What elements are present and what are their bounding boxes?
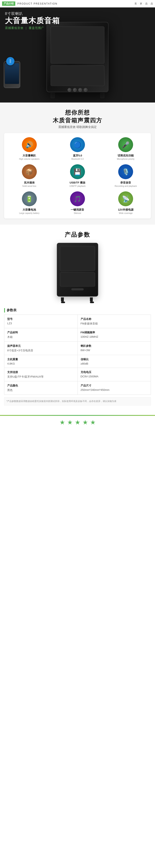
speaker-knob bbox=[78, 88, 82, 92]
speaker-grille-large bbox=[51, 27, 104, 64]
param-cell-left: 扬声器单元 8寸低音+3寸压电高音 bbox=[4, 342, 78, 355]
bluetooth-icon: ᛒ bbox=[9, 59, 12, 64]
feature-icon-circle: 📡 bbox=[118, 191, 133, 206]
param-name: 支持连接 bbox=[7, 370, 74, 374]
specs-speaker-leg bbox=[61, 298, 65, 303]
feature-icon-silence: 🎵 bbox=[73, 195, 81, 203]
param-value: 100HZ-18MHZ bbox=[81, 335, 148, 338]
phone-screen bbox=[5, 63, 19, 84]
header-nav: 逛 · 家 · 晶 · 晶 bbox=[134, 2, 153, 5]
features-subtitle: 震撼重低音效 唱歌跳舞全搞定 bbox=[4, 125, 151, 129]
param-cell-left: 产品颜色 黑色 bbox=[4, 381, 78, 395]
speaker-knob bbox=[73, 88, 77, 92]
wheel bbox=[61, 302, 65, 303]
feature-icon-circle: 🔵 bbox=[70, 137, 85, 152]
param-value: 木箱 bbox=[7, 335, 74, 339]
hero-desc-part1: 震撼重低音效 bbox=[5, 26, 24, 30]
star-icon: ★ bbox=[83, 419, 88, 426]
nav-text: 晶 bbox=[151, 2, 153, 5]
feature-icon-power: 📡 bbox=[122, 195, 130, 203]
specs-speaker-grille-small bbox=[60, 272, 95, 287]
param-row: 支持连接 支持U盘/TF卡/蓝牙/FM/AUX等 充电电压 DC9V-1500M… bbox=[4, 368, 151, 381]
param-value: 黑色 bbox=[7, 388, 74, 392]
feature-label-cn: USB/TF 播放 bbox=[70, 181, 86, 185]
feature-label-en: USB/TF playback bbox=[69, 185, 86, 187]
param-name: 产品名称 bbox=[81, 317, 148, 321]
star-icon: ★ bbox=[75, 419, 81, 426]
feature-icon-circle: 🔋 bbox=[22, 191, 37, 206]
feature-item-silence: 🎵 一键消原音 Silencer bbox=[54, 191, 100, 214]
feature-label-en: Solid wood box bbox=[22, 185, 36, 187]
nav-text: 家 bbox=[140, 2, 142, 5]
stars-row: ★★★★★ bbox=[60, 419, 96, 426]
feature-item-battery: 🔋 大容量电池 Large capacity battery bbox=[6, 191, 52, 214]
feature-icon-circle: 💾 bbox=[70, 164, 85, 179]
feature-label-en: Microphone priority bbox=[117, 158, 134, 160]
speaker-leg bbox=[51, 93, 55, 98]
feature-item-bluetooth: 🔵 蓝牙5.0 Bluetooth 5.0 bbox=[54, 137, 100, 160]
param-name: 型号 bbox=[7, 317, 74, 321]
feature-icon-speaker: 🔊 bbox=[25, 141, 33, 148]
header-subtitle: PRODUCT PRESENTATION bbox=[18, 2, 58, 5]
param-value: FM多媒体音箱 bbox=[81, 322, 148, 326]
features-grid-container: 🔊 大音量喇叭 High volume speakers 🔵 蓝牙5.0 Blu… bbox=[4, 133, 151, 218]
param-name: 主机重量 bbox=[7, 358, 74, 361]
feature-item-wood: 📦 实木箱体 Solid wood box bbox=[6, 164, 52, 187]
hero-title-small: 8寸双喇叭 bbox=[5, 11, 60, 16]
feature-label-en: Silencer bbox=[74, 212, 81, 214]
feature-label-cn: 录音放音 bbox=[120, 181, 131, 185]
param-value: ≥80dB bbox=[81, 362, 148, 365]
param-name: 产品颜色 bbox=[7, 384, 74, 388]
features-title-line2: 木质音箱声震四方 bbox=[4, 117, 151, 124]
feature-icon-circle: 🎙️ bbox=[118, 164, 133, 179]
nav-dot: · bbox=[149, 2, 149, 5]
specs-speaker-legs bbox=[57, 298, 98, 303]
feature-label-en: Recording and playback bbox=[115, 185, 137, 187]
param-cell-right: 信噪比 ≥80dB bbox=[78, 355, 151, 368]
specs-speaker-body bbox=[57, 243, 98, 297]
speaker-knob bbox=[84, 88, 87, 92]
hero-desc: 震撼重低音效 ｜ 覆盖范围广 bbox=[5, 26, 60, 30]
param-row: 主机重量 4.8KG 信噪比 ≥80dB bbox=[4, 355, 151, 368]
param-cell-left: 支持连接 支持U盘/TF卡/蓝牙/FM/AUX等 bbox=[4, 368, 78, 381]
stars-section: ★★★★★ bbox=[0, 412, 155, 430]
param-value: 250mm*240mm*450mm bbox=[81, 388, 148, 392]
nav-dot: · bbox=[138, 2, 139, 5]
feature-label-en: Bluetooth 5.0 bbox=[71, 158, 84, 160]
specs-speaker-grille-large bbox=[60, 246, 95, 271]
star-icon: ★ bbox=[60, 419, 65, 426]
param-cell-left: 主机重量 4.8KG bbox=[4, 355, 78, 368]
feature-item-record: 🎙️ 录音放音 Recording and playback bbox=[103, 164, 149, 187]
specs-speaker-handle bbox=[71, 288, 84, 290]
feature-label-cn: 12V外接电源 bbox=[118, 208, 133, 212]
specs-title: 产品参数 bbox=[4, 231, 151, 239]
header-tag: 产品介绍 bbox=[2, 1, 15, 6]
feature-label-cn: 大音量喇叭 bbox=[23, 154, 36, 157]
param-name: 喇叭参数 bbox=[81, 344, 148, 348]
leg bbox=[61, 298, 64, 302]
features-grid: 🔊 大音量喇叭 High volume speakers 🔵 蓝牙5.0 Blu… bbox=[6, 137, 149, 214]
speaker-legs bbox=[44, 93, 111, 98]
param-row: 产品颜色 黑色 产品尺寸 250mm*240mm*450mm bbox=[4, 381, 151, 395]
feature-label-cn: 话筒优先功能 bbox=[118, 154, 134, 157]
param-cell-left: 产品材料 木箱 bbox=[4, 328, 78, 342]
param-row: 型号 LZ3 产品名称 FM多媒体音箱 bbox=[4, 315, 151, 328]
param-cell-right: 喇叭参数 8W+3W bbox=[78, 342, 151, 355]
param-name: 产品材料 bbox=[7, 331, 74, 334]
param-name: 充电电压 bbox=[81, 370, 148, 374]
params-note: *产品参数数据采用数据由程委托实验室内部测试所得，实际使用环境及设备不同，会存在… bbox=[4, 397, 151, 405]
feature-label-en: High volume speakers bbox=[19, 158, 39, 160]
speaker-grille-small bbox=[51, 65, 104, 86]
feature-label-cn: 实木箱体 bbox=[24, 181, 35, 185]
star-icon: ★ bbox=[67, 419, 73, 426]
feature-item-mic: 🎤 话筒优先功能 Microphone priority bbox=[103, 137, 149, 160]
feature-icon-circle: 🎵 bbox=[70, 191, 85, 206]
feature-icon-mic: 🎤 bbox=[122, 141, 130, 148]
feature-icon-circle: 🎤 bbox=[118, 137, 133, 152]
nav-text: 晶 bbox=[145, 2, 148, 5]
param-value: 8寸低音+3寸压电高音 bbox=[7, 349, 74, 352]
param-name: 扬声器单元 bbox=[7, 344, 74, 348]
star-icon: ★ bbox=[90, 419, 96, 426]
specs-speaker-image bbox=[4, 243, 151, 303]
leg bbox=[90, 298, 93, 302]
